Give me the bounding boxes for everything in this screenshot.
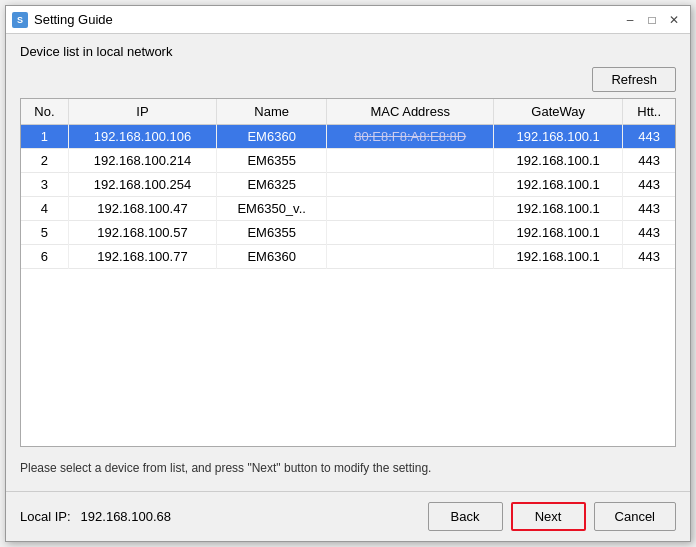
status-message: Please select a device from list, and pr… <box>20 455 676 481</box>
table-cell: 192.168.100.1 <box>494 221 623 245</box>
top-bar: Refresh <box>20 67 676 92</box>
table-row[interactable]: 2192.168.100.214EM6355192.168.100.1443 <box>21 149 675 173</box>
table-cell <box>327 173 494 197</box>
table-cell: 3 <box>21 173 68 197</box>
table-cell: 443 <box>623 125 675 149</box>
close-button[interactable]: ✕ <box>664 10 684 30</box>
table-cell: EM6355 <box>217 149 327 173</box>
table-cell: 6 <box>21 245 68 269</box>
title-bar: S Setting Guide – □ ✕ <box>6 6 690 34</box>
table-cell: 192.168.100.57 <box>68 221 216 245</box>
table-cell: EM6325 <box>217 173 327 197</box>
footer-left: Local IP: 192.168.100.68 <box>20 509 171 524</box>
table-cell: 192.168.100.77 <box>68 245 216 269</box>
minimize-button[interactable]: – <box>620 10 640 30</box>
table-cell: 192.168.100.1 <box>494 173 623 197</box>
table-row[interactable]: 5192.168.100.57EM6355192.168.100.1443 <box>21 221 675 245</box>
col-gateway: GateWay <box>494 99 623 125</box>
footer: Local IP: 192.168.100.68 Back Next Cance… <box>6 491 690 541</box>
section-label: Device list in local network <box>20 44 676 59</box>
mac-address-cell: 80:E8:F8:A8:E8:8D <box>327 125 494 149</box>
local-ip-value: 192.168.100.68 <box>81 509 171 524</box>
col-ip: IP <box>68 99 216 125</box>
table-cell: 443 <box>623 149 675 173</box>
device-table-container: No. IP Name MAC Address GateWay Htt.. 11… <box>20 98 676 447</box>
table-cell: 443 <box>623 173 675 197</box>
table-header-row: No. IP Name MAC Address GateWay Htt.. <box>21 99 675 125</box>
table-row[interactable]: 4192.168.100.47EM6350_v..192.168.100.144… <box>21 197 675 221</box>
col-mac: MAC Address <box>327 99 494 125</box>
refresh-button[interactable]: Refresh <box>592 67 676 92</box>
table-cell <box>327 245 494 269</box>
cancel-button[interactable]: Cancel <box>594 502 676 531</box>
table-cell: EM6360 <box>217 125 327 149</box>
table-cell: EM6350_v.. <box>217 197 327 221</box>
window-title: Setting Guide <box>34 12 113 27</box>
device-table: No. IP Name MAC Address GateWay Htt.. 11… <box>21 99 675 269</box>
col-name: Name <box>217 99 327 125</box>
table-cell <box>327 221 494 245</box>
col-htt: Htt.. <box>623 99 675 125</box>
content-area: Device list in local network Refresh No.… <box>6 34 690 491</box>
table-cell: 192.168.100.106 <box>68 125 216 149</box>
table-cell: 192.168.100.1 <box>494 149 623 173</box>
main-window: S Setting Guide – □ ✕ Device list in loc… <box>5 5 691 542</box>
app-icon: S <box>12 12 28 28</box>
table-cell: 443 <box>623 245 675 269</box>
table-cell: 192.168.100.254 <box>68 173 216 197</box>
footer-buttons: Back Next Cancel <box>428 502 676 531</box>
table-cell <box>327 149 494 173</box>
table-cell: 192.168.100.214 <box>68 149 216 173</box>
table-cell: 4 <box>21 197 68 221</box>
local-ip-label: Local IP: <box>20 509 71 524</box>
maximize-button[interactable]: □ <box>642 10 662 30</box>
table-cell: 443 <box>623 221 675 245</box>
table-cell: 192.168.100.1 <box>494 245 623 269</box>
table-cell: EM6355 <box>217 221 327 245</box>
table-cell: 192.168.100.1 <box>494 125 623 149</box>
title-bar-left: S Setting Guide <box>12 12 113 28</box>
table-cell: 192.168.100.1 <box>494 197 623 221</box>
table-cell: EM6360 <box>217 245 327 269</box>
table-cell: 5 <box>21 221 68 245</box>
table-cell: 2 <box>21 149 68 173</box>
table-row[interactable]: 3192.168.100.254EM6325192.168.100.1443 <box>21 173 675 197</box>
table-row[interactable]: 1192.168.100.106EM636080:E8:F8:A8:E8:8D1… <box>21 125 675 149</box>
back-button[interactable]: Back <box>428 502 503 531</box>
col-no: No. <box>21 99 68 125</box>
table-cell <box>327 197 494 221</box>
table-row[interactable]: 6192.168.100.77EM6360192.168.100.1443 <box>21 245 675 269</box>
title-controls: – □ ✕ <box>620 10 684 30</box>
table-cell: 192.168.100.47 <box>68 197 216 221</box>
table-cell: 443 <box>623 197 675 221</box>
table-cell: 1 <box>21 125 68 149</box>
next-button[interactable]: Next <box>511 502 586 531</box>
